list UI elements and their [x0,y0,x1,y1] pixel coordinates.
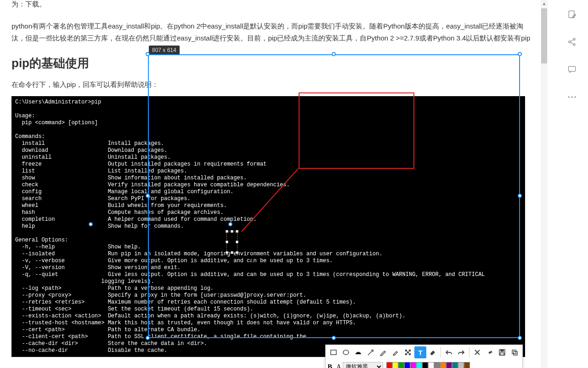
svg-point-3 [573,44,575,46]
svg-point-1 [573,38,575,40]
text-cursor-icon [252,256,253,264]
arrow-tool-icon[interactable] [365,346,377,358]
color-swatch[interactable] [458,362,464,368]
selection-handle-tr[interactable] [518,52,522,56]
color-swatch[interactable] [428,362,434,368]
svg-rect-16 [501,350,503,351]
side-toolbar [556,0,588,368]
save-icon[interactable] [496,346,508,358]
color-swatch[interactable] [398,362,404,368]
color-swatch[interactable] [416,362,422,368]
text-tool-icon[interactable]: T [414,346,426,358]
intro-paragraph: python有两个著名的包管理工具easy_install和pip。在pytho… [11,20,535,44]
svg-rect-14 [409,353,411,355]
color-swatch[interactable] [392,362,398,368]
svg-point-9 [343,350,349,355]
bold-toggle[interactable]: B [328,363,332,368]
color-swatch[interactable] [434,362,440,368]
svg-point-5 [568,96,569,98]
scrollbar-thumb[interactable] [541,8,547,63]
color-swatch[interactable] [440,362,446,368]
line-handle-b[interactable] [89,222,93,226]
mosaic-tool-icon[interactable] [402,346,414,358]
pin-icon[interactable] [484,346,496,358]
svg-point-6 [571,96,572,98]
redo-icon[interactable] [455,346,467,358]
scroll-up-icon[interactable]: ▲ [541,0,548,7]
line-tool-icon[interactable] [352,346,364,358]
svg-point-2 [569,41,571,43]
color-palette [386,362,470,368]
svg-rect-10 [405,350,407,351]
color-swatch[interactable] [404,362,410,368]
highlighter-tool-icon[interactable] [390,346,401,358]
edit-icon[interactable] [567,9,577,19]
undo-icon[interactable] [443,346,455,358]
font-color-icon[interactable]: A [336,363,341,368]
svg-rect-18 [512,350,516,354]
color-swatch[interactable] [410,362,416,368]
truncated-text: 为：下载。 [11,0,535,9]
font-family-select[interactable]: 微软雅黑 [343,362,383,368]
annotation-rectangle[interactable] [299,92,414,169]
svg-point-7 [574,96,576,98]
share-icon[interactable] [567,37,577,47]
svg-rect-17 [500,353,504,355]
pen-tool-icon[interactable] [377,346,389,358]
svg-rect-12 [407,351,409,353]
close-icon[interactable] [471,346,483,358]
comment-icon[interactable] [567,64,577,75]
color-swatch[interactable] [386,362,392,368]
selection-size-label: 807 x 614 [149,46,180,55]
selection-handle-bl[interactable] [146,336,150,340]
color-swatch[interactable] [452,362,458,368]
selection-handle-ml[interactable] [146,194,150,198]
ellipse-tool-icon[interactable] [340,346,352,358]
svg-rect-19 [514,351,517,355]
copy-icon[interactable] [509,346,520,358]
rect-tool-icon[interactable] [328,346,339,358]
color-swatch[interactable] [464,362,470,368]
text-annotation-box[interactable] [226,231,237,253]
svg-rect-0 [569,11,574,18]
selection-handle-tl[interactable] [146,52,150,56]
annotation-toolbar: T B A 微软雅黑 [325,345,523,368]
selection-handle-br[interactable] [518,336,522,340]
selection-handle-tm[interactable] [332,52,336,56]
more-icon[interactable] [567,92,577,102]
svg-rect-8 [331,350,336,355]
selection-handle-mr[interactable] [518,194,522,198]
svg-rect-13 [405,353,407,355]
selection-handle-bm[interactable] [332,336,336,340]
line-handle-a[interactable] [228,222,232,226]
eraser-tool-icon[interactable] [427,346,439,358]
svg-rect-4 [569,66,576,71]
color-swatch[interactable] [422,362,428,368]
vertical-scrollbar[interactable]: ▲ [541,0,548,368]
color-swatch[interactable] [446,362,452,368]
svg-rect-11 [409,350,411,351]
